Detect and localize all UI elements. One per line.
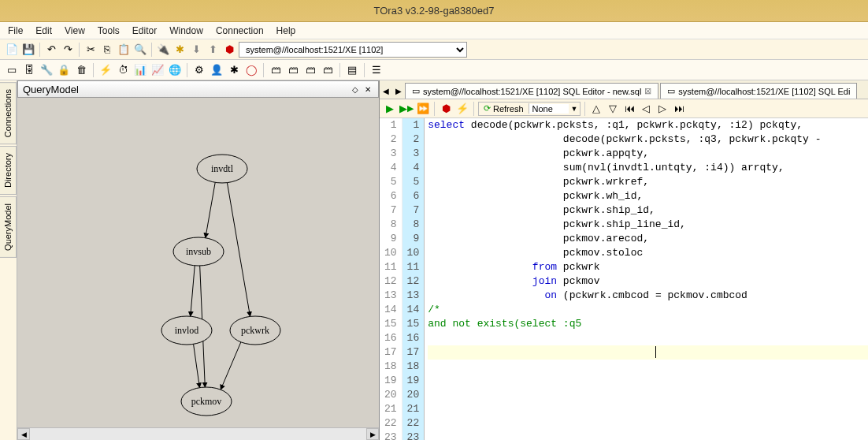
last-icon[interactable]: ⏭ [672,102,686,116]
file-icon: ▭ [412,86,420,96]
db1-icon[interactable]: 🗃 [269,63,283,77]
db3-icon[interactable]: 🗃 [303,63,317,77]
titlebar: TOra3 v3.2-98-ga8380ed7 [0,0,868,22]
play-all-icon[interactable]: ⏩ [416,102,430,116]
menu-item[interactable]: Window [169,25,203,36]
svg-line-1 [221,342,241,390]
next-icon[interactable]: ▷ [655,102,670,116]
trash-icon[interactable]: 🗑 [74,63,88,77]
chart-icon[interactable]: 📊 [133,63,147,77]
svg-text:pckwrk: pckwrk [241,325,269,336]
menu-item[interactable]: Tools [98,25,120,36]
tri-up-icon[interactable]: △ [589,102,603,116]
menu-item[interactable]: File [8,25,23,36]
db-tool-icon[interactable]: 🗄 [22,63,36,77]
close-icon[interactable]: ✕ [362,84,373,95]
editor-panel: ◀ ▶ ▭ system@//localhost:1521/XE [1102] … [380,80,868,440]
share-icon[interactable]: ✱ [227,63,241,77]
db4-icon[interactable]: 🗃 [321,63,335,77]
editor-tab[interactable]: ▭ system@//localhost:1521/XE [1102] SQL … [405,83,658,99]
separator [434,102,435,116]
svg-line-3 [194,344,200,387]
ring-icon[interactable]: ◯ [244,63,258,77]
rollback-icon[interactable]: ⬆ [206,43,220,57]
separator [151,43,152,57]
window-title: TOra3 v3.2-98-ga8380ed7 [374,5,495,17]
user-icon[interactable]: 👤 [210,63,224,77]
side-tab-bar: ConnectionsDirectoryQueryModel [0,80,17,440]
code-lines[interactable]: select decode(pckwrk.pcksts, :q1, pckwrk… [425,118,868,440]
separator [187,63,187,77]
separator [364,63,365,77]
form-icon[interactable]: ▤ [345,63,359,77]
scroll-right-icon[interactable]: ▶ [366,428,379,440]
scroll-left-icon[interactable]: ◀ [17,428,30,440]
separator [473,102,474,116]
chevron-down-icon[interactable]: ▼ [569,105,581,113]
play-icon[interactable]: ▶ [383,102,397,116]
close-icon[interactable]: ⊠ [644,86,651,96]
clock-icon[interactable]: ⏱ [116,63,130,77]
globe-icon[interactable]: 🌐 [168,63,182,77]
step-icon[interactable]: ▶▶ [399,102,414,116]
wrench-icon[interactable]: 🔧 [39,63,54,77]
detach-icon[interactable]: ◇ [350,84,361,95]
svg-text:invlod: invlod [175,325,199,336]
toolbar-secondary: ▭ 🗄 🔧 🔒 🗑 ⚡ ⏱ 📊 📈 🌐 ⚙ 👤 ✱ ◯ 🗃 🗃 🗃 🗃 ▤ ☰ [0,60,868,80]
horizontal-scrollbar[interactable]: ◀ ▶ [17,427,379,440]
menu-item[interactable]: View [65,25,85,36]
code-editor[interactable]: 1234567891011121314151617181920212223 12… [380,118,868,440]
cut-icon[interactable]: ✂ [83,43,98,57]
plug-icon[interactable]: 🔌 [156,43,170,57]
redo-icon[interactable]: ↷ [61,43,75,57]
menu-item[interactable]: Help [276,25,296,36]
chart2-icon[interactable]: 📈 [150,63,165,77]
menu-item[interactable]: Connection [216,25,264,36]
editor-toolbar: ▶ ▶▶ ⏩ ⬢ ⚡ ⟳ Refresh None ▼ △ ▽ ⏮ ◁ ▷ ⏭ [380,99,868,118]
toolbar-main: 📄 💾 ↶ ↷ ✂ ⎘ 📋 🔍 🔌 ✱ ⬇ ⬆ ⬢ system@//local… [0,39,868,60]
unplug-icon[interactable]: ✱ [172,43,187,57]
first-icon[interactable]: ⏮ [622,102,636,116]
side-tab[interactable]: QueryModel [0,196,17,258]
refresh-button[interactable]: ⟳ Refresh [479,103,529,114]
panel-header: QueryModel ◇ ✕ [17,80,379,98]
refresh-icon: ⟳ [484,103,491,114]
menubar: FileEditViewToolsEditorWindowConnectionH… [0,22,868,39]
side-tab[interactable]: Directory [0,146,17,195]
search-icon[interactable]: 🔍 [133,43,147,57]
cog-icon[interactable]: ⚙ [192,63,206,77]
graph-canvas[interactable]: invdtlinvsubinvlodpckwrkpckmov [17,98,379,427]
separator [263,63,264,77]
paste-icon[interactable]: 📋 [117,43,131,57]
side-tab[interactable]: Connections [0,82,17,144]
copy-icon[interactable]: ⎘ [100,43,114,57]
scroll-track[interactable] [30,428,366,440]
db2-icon[interactable]: 🗃 [286,63,300,77]
lock-icon[interactable]: 🔒 [57,63,71,77]
flash-icon[interactable]: ⚡ [98,63,113,77]
flash2-icon[interactable]: ⚡ [455,102,469,116]
new-file-icon[interactable]: 📄 [5,43,19,57]
menu-item[interactable]: Editor [132,25,157,36]
line-gutter-outer: 1234567891011121314151617181920212223 [380,118,402,440]
refresh-group[interactable]: ⟳ Refresh None ▼ [478,102,581,116]
svg-line-4 [191,266,195,316]
undo-icon[interactable]: ↶ [44,43,58,57]
menu-item[interactable]: Edit [35,25,52,36]
stop-exec-icon[interactable]: ⬢ [439,102,453,116]
tab-prev-icon[interactable]: ◀ [380,83,392,99]
sheet-icon[interactable]: ▭ [5,63,19,77]
tab-next-icon[interactable]: ▶ [392,83,405,99]
stop-icon[interactable]: ⬢ [222,43,236,57]
list-icon[interactable]: ☰ [369,63,384,77]
editor-tab[interactable]: ▭ system@//localhost:1521/XE [1102] SQL … [660,83,857,99]
prev-icon[interactable]: ◁ [639,102,653,116]
tri-down-icon[interactable]: ▽ [606,102,620,116]
separator [39,43,40,57]
svg-line-5 [206,182,215,237]
connection-select[interactable]: system@//localhost:1521/XE [1102] [239,42,467,58]
editor-tabs: ◀ ▶ ▭ system@//localhost:1521/XE [1102] … [380,80,868,99]
refresh-value[interactable]: None [529,104,569,114]
save-icon[interactable]: 💾 [21,43,35,57]
commit-icon[interactable]: ⬇ [189,43,203,57]
